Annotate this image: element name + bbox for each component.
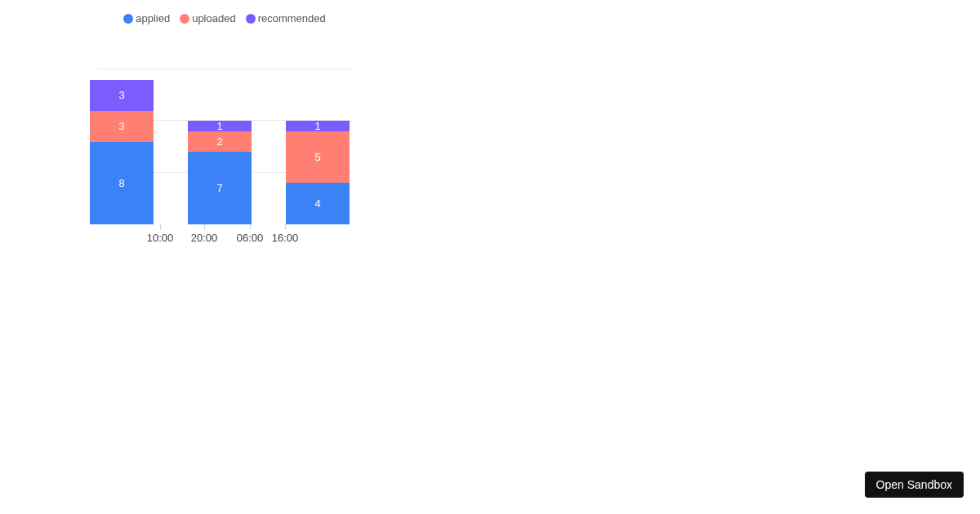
bar-value-label: 7	[216, 182, 222, 194]
bar-segment-uploaded[interactable]: 3	[90, 111, 154, 142]
legend-label: recommended	[258, 12, 326, 24]
bar-value-label: 3	[118, 89, 124, 101]
open-sandbox-button[interactable]: Open Sandbox	[865, 472, 964, 498]
plot-area: 833721451	[90, 69, 351, 224]
tick-mark	[250, 224, 251, 229]
legend-label: uploaded	[192, 12, 236, 24]
tick-mark	[204, 224, 205, 229]
legend-item-applied[interactable]: applied	[123, 12, 170, 24]
bar-segment-recommended[interactable]: 1	[188, 121, 252, 131]
legend-label: applied	[136, 12, 170, 24]
bar-segment-recommended[interactable]: 3	[90, 80, 154, 111]
bar-segment-uploaded[interactable]: 2	[188, 131, 252, 152]
legend-swatch-icon	[123, 14, 133, 24]
grid-line	[98, 69, 353, 69]
bar-value-label: 3	[118, 120, 124, 132]
bar-segment-applied[interactable]: 4	[286, 183, 350, 224]
bar-column: 451	[286, 121, 350, 224]
x-tick-label: 16:00	[272, 232, 299, 244]
x-tick-label: 06:00	[237, 232, 264, 244]
x-tick-label: 20:00	[191, 232, 218, 244]
bar-value-label: 5	[314, 151, 320, 163]
stacked-bar-chart: applieduploadedrecommended 833721451 10:…	[90, 12, 359, 249]
bar-segment-recommended[interactable]: 1	[286, 121, 350, 131]
legend-item-uploaded[interactable]: uploaded	[180, 12, 236, 24]
bar-value-label: 1	[216, 120, 222, 132]
x-tick-label: 10:00	[147, 232, 174, 244]
bar-value-label: 8	[118, 177, 124, 189]
legend-swatch-icon	[246, 14, 256, 24]
x-axis: 10:0020:0006:0016:00	[90, 227, 351, 251]
tick-mark	[285, 224, 286, 229]
bar-value-label: 2	[216, 135, 222, 148]
legend-swatch-icon	[180, 14, 189, 24]
legend: applieduploadedrecommended	[90, 12, 359, 24]
bar-segment-applied[interactable]: 8	[90, 142, 154, 224]
bar-column: 833	[90, 80, 154, 224]
legend-item-recommended[interactable]: recommended	[246, 12, 326, 24]
bar-column: 721	[188, 121, 252, 224]
bar-value-label: 4	[314, 197, 320, 210]
bar-segment-applied[interactable]: 7	[188, 152, 252, 224]
bar-value-label: 1	[314, 120, 320, 132]
bar-segment-uploaded[interactable]: 5	[286, 131, 350, 183]
tick-mark	[160, 224, 161, 229]
